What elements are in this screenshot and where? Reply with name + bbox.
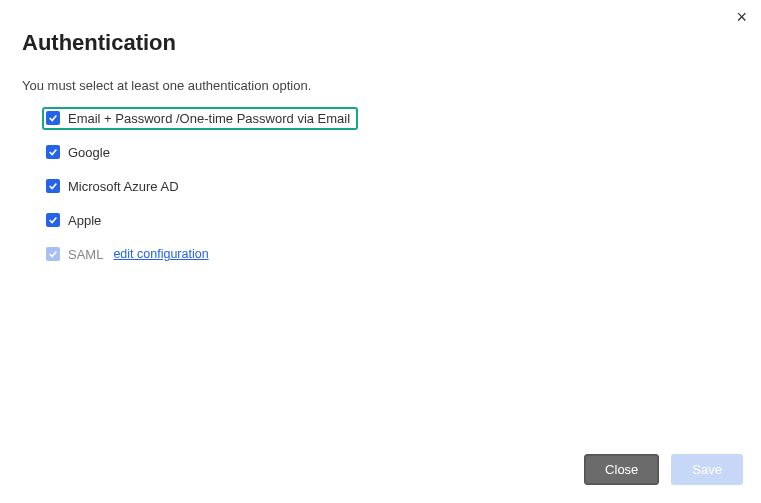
check-icon <box>48 215 58 225</box>
checkbox-azure[interactable] <box>46 179 60 193</box>
option-label: Google <box>68 145 110 160</box>
highlight-box: Email + Password /One-time Password via … <box>42 107 358 130</box>
option-saml: SAML edit configuration <box>46 243 739 265</box>
option-apple: Apple <box>46 209 739 231</box>
close-icon[interactable]: × <box>736 8 747 26</box>
instruction-text: You must select at least one authenticat… <box>22 78 739 93</box>
option-azure: Microsoft Azure AD <box>46 175 739 197</box>
checkbox-saml[interactable] <box>46 247 60 261</box>
checkbox-apple[interactable] <box>46 213 60 227</box>
option-label: SAML <box>68 247 103 262</box>
check-icon <box>48 113 58 123</box>
check-icon <box>48 181 58 191</box>
check-icon <box>48 249 58 259</box>
dialog-footer: Close Save <box>584 454 743 485</box>
options-list: Email + Password /One-time Password via … <box>22 107 739 265</box>
close-button[interactable]: Close <box>584 454 659 485</box>
checkbox-email-password[interactable] <box>46 111 60 125</box>
option-label: Apple <box>68 213 101 228</box>
check-icon <box>48 147 58 157</box>
save-button[interactable]: Save <box>671 454 743 485</box>
option-google: Google <box>46 141 739 163</box>
option-label: Email + Password /One-time Password via … <box>68 111 350 126</box>
dialog-content: Authentication You must select at least … <box>0 0 761 265</box>
checkbox-google[interactable] <box>46 145 60 159</box>
edit-configuration-link[interactable]: edit configuration <box>113 247 208 261</box>
option-email-password: Email + Password /One-time Password via … <box>46 107 739 129</box>
page-title: Authentication <box>22 30 739 56</box>
option-label: Microsoft Azure AD <box>68 179 179 194</box>
